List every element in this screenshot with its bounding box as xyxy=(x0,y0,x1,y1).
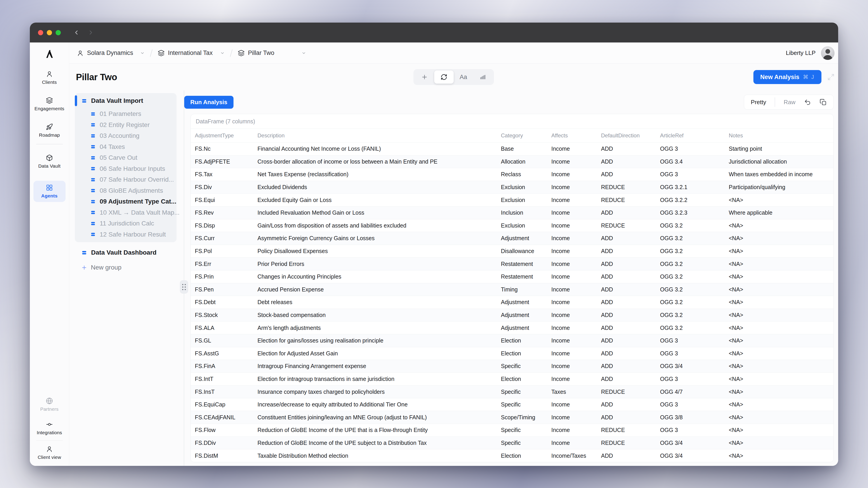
new-analysis-button[interactable]: New Analysis ⌘ J xyxy=(753,70,822,84)
run-analysis-button[interactable]: Run Analysis xyxy=(184,96,234,109)
tree-item-label: 03 Accounting xyxy=(100,132,140,139)
table-row[interactable]: FS.FinA Intragroup Financing Arrangement… xyxy=(191,360,833,373)
plus-icon xyxy=(81,265,87,271)
back-icon[interactable] xyxy=(73,29,80,36)
table-row[interactable]: FS.Pen Accrued Pension Expense Timing In… xyxy=(191,283,833,296)
sidebar-item-roadmap[interactable]: Roadmap xyxy=(39,123,60,138)
avatar[interactable] xyxy=(821,46,835,60)
table-row[interactable]: FS.Err Prior Period Errors Restatement I… xyxy=(191,258,833,270)
table-row[interactable]: FS.AdjPFETE Cross-border allocation of i… xyxy=(191,155,833,168)
cell-notes: <NA> xyxy=(725,194,833,206)
tree-item[interactable]: 06 Safe Harbour Inputs xyxy=(75,163,177,174)
cell-notes: Participation/qualifying xyxy=(725,181,833,194)
breadcrumb-client-dropdown[interactable]: Solara Dynamics xyxy=(77,50,145,57)
column-header: Category xyxy=(497,129,547,142)
minimize-window-button[interactable] xyxy=(47,30,52,35)
table-row[interactable]: FS.Tax Net Taxes Expense (reclassificati… xyxy=(191,168,833,181)
tree-item[interactable]: 11 Jurisdiction Calc xyxy=(75,218,177,229)
cell-description: Reduction of GloBE Income of the UPE tha… xyxy=(253,424,497,437)
cell-adjustment-type: FS.Div xyxy=(191,181,253,194)
cell-affects: Income xyxy=(547,398,597,411)
tree-item[interactable]: 04 Taxes xyxy=(75,141,177,153)
cell-adjustment-type: FS.AsstG xyxy=(191,347,253,360)
maximize-window-button[interactable] xyxy=(56,30,61,35)
tree-item[interactable]: 10 XML → Data Vault Map... xyxy=(75,207,177,218)
tree-item[interactable]: 03 Accounting xyxy=(75,130,177,141)
sidebar-item-engagements[interactable]: Engagements xyxy=(35,97,64,111)
cell-affects: Income xyxy=(547,206,597,219)
new-analysis-label: New Analysis xyxy=(760,74,799,80)
cell-category: Timing xyxy=(497,283,547,296)
breadcrumb-workspace-dropdown[interactable]: Pillar Two xyxy=(238,50,306,57)
table-row[interactable]: FS.GL Election for gains/losses using re… xyxy=(191,334,833,347)
cell-notes: Starting point xyxy=(725,142,833,156)
column-header: AdjustmentType xyxy=(191,129,253,142)
table-row[interactable]: FS.Disp Gain/Loss from disposition of as… xyxy=(191,219,833,232)
table-row[interactable]: FS.EquiCap Increase/decrease to equity a… xyxy=(191,398,833,411)
table-row[interactable]: FS.Stock Stock-based compensation Adjust… xyxy=(191,308,833,322)
tree-item-label: Data Vault Dashboard xyxy=(91,249,156,256)
table-row[interactable]: FS.IntT Election for intragroup transact… xyxy=(191,372,833,385)
sidebar-item-integrations[interactable]: Integrations xyxy=(37,421,62,435)
cell-notes: <NA> xyxy=(725,449,833,462)
sidebar-item-label: Clients xyxy=(42,79,57,85)
dataframe-card: DataFrame (7 columns) AdjustmentType xyxy=(191,114,834,462)
chart-view-button[interactable] xyxy=(473,70,493,84)
expand-icon[interactable] xyxy=(827,73,835,80)
raw-view-button[interactable]: Raw xyxy=(784,99,796,106)
panel-resize-handle[interactable] xyxy=(180,281,188,293)
table-row[interactable]: FS.Debt Debt releases Adjustment Income … xyxy=(191,296,833,309)
cell-article-ref: OGG 3.2.2 xyxy=(656,194,725,206)
table-row[interactable]: FS.Pol Policy Disallowed Expenses Disall… xyxy=(191,245,833,258)
app-window: Clients Engagements Roadmap Data Vault xyxy=(30,23,838,466)
table-row[interactable]: FS.Div Excluded Dividends Exclusion Inco… xyxy=(191,181,833,194)
table-row[interactable]: FS.ALA Arm's length adjustments Adjustme… xyxy=(191,322,833,334)
sidebar-item-data-vault[interactable]: Data Vault xyxy=(38,154,61,169)
table-row[interactable]: FS.Flow Reduction of GloBE Income of the… xyxy=(191,424,833,437)
tree-item[interactable]: 02 Entity Register xyxy=(75,120,177,131)
tree-item[interactable]: 12 Safe Harbour Result xyxy=(75,229,177,240)
sidebar-item-clients[interactable]: Clients xyxy=(42,70,57,85)
cell-adjustment-type: FS.Err xyxy=(191,258,253,270)
breadcrumb-engagement-dropdown[interactable]: International Tax xyxy=(158,50,225,57)
breadcrumb-separator xyxy=(230,49,232,57)
sidebar-item-partners[interactable]: Partners xyxy=(40,397,59,412)
table-row[interactable]: FS.Equi Excluded Equity Gain or Loss Exc… xyxy=(191,194,833,206)
table-row[interactable]: FS.CEAdjFANIL Constituent Entities joini… xyxy=(191,411,833,424)
table-row[interactable]: FS.Rev Included Revaluation Method Gain … xyxy=(191,206,833,219)
table-row[interactable]: FS.Prin Changes in Accounting Principles… xyxy=(191,270,833,283)
add-view-button[interactable] xyxy=(415,70,434,84)
close-window-button[interactable] xyxy=(38,30,43,35)
table-row[interactable]: FS.InsT Insurance company taxes charged … xyxy=(191,385,833,398)
tree-group-header[interactable]: Data Vault Import xyxy=(75,93,177,108)
sidebar-item-agents[interactable]: Agents xyxy=(33,181,66,202)
table-row[interactable]: FS.Nc Financial Accounting Net Income or… xyxy=(191,142,833,156)
cell-description: Election for gains/losses using realisat… xyxy=(253,334,497,347)
cell-notes: <NA> xyxy=(725,334,833,347)
sync-view-button[interactable] xyxy=(434,70,454,84)
sidebar-item-client-view[interactable]: Client view xyxy=(38,446,61,460)
undo-icon[interactable] xyxy=(804,99,811,106)
layers-icon xyxy=(46,97,53,104)
tree-children: 01 Parameters 02 Entity Register xyxy=(75,108,177,240)
tree-item[interactable]: 07 Safe Harbour Overrid... xyxy=(75,174,177,185)
cell-default-direction: ADD xyxy=(597,142,656,156)
forward-icon[interactable] xyxy=(88,29,94,36)
text-view-button[interactable]: Aa xyxy=(454,70,473,84)
table-row[interactable]: FS.AsstG Election for Adjusted Asset Gai… xyxy=(191,347,833,360)
table-row[interactable]: FS.DDiv Reduction of GloBE Income of the… xyxy=(191,436,833,449)
cell-notes: <NA> xyxy=(725,322,833,334)
column-header: ArticleRef xyxy=(656,129,725,142)
tree-item[interactable]: 01 Parameters xyxy=(75,108,177,120)
table-row[interactable]: FS.Curr Asymmetric Foreign Currency Gain… xyxy=(191,232,833,245)
pretty-view-button[interactable]: Pretty xyxy=(751,99,766,106)
cell-category: Base xyxy=(497,142,547,156)
tree-item[interactable]: 08 GloBE Adjustments xyxy=(75,185,177,196)
tree-item[interactable]: 05 Carve Out xyxy=(75,152,177,163)
new-group-button[interactable]: New group xyxy=(75,261,184,274)
tree-item-data-vault-dashboard[interactable]: Data Vault Dashboard xyxy=(75,246,184,259)
tree-item[interactable]: 09 Adjustment Type Cat... xyxy=(75,196,177,207)
account-menu[interactable]: Liberty LLP xyxy=(786,46,835,60)
copy-icon[interactable] xyxy=(819,99,827,106)
table-row[interactable]: FS.DistM Taxable Distribution Method ele… xyxy=(191,449,833,462)
